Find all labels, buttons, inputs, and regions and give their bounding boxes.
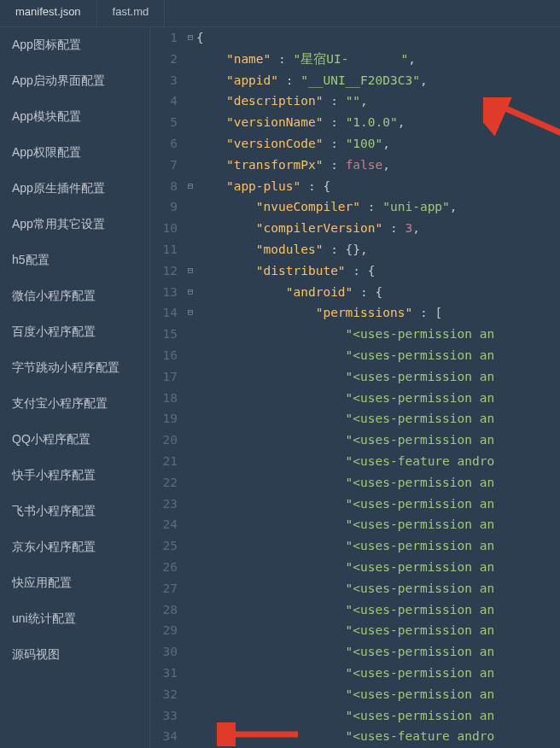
code-token: "100" (346, 137, 383, 150)
fold-marker[interactable]: ⊟ (184, 176, 196, 197)
code-line[interactable]: "versionCode" : "100", (196, 133, 560, 155)
code-line[interactable]: "versionName" : "1.0.0", (196, 112, 560, 133)
code-line[interactable]: "<uses-permission an (196, 345, 560, 366)
sidebar-item[interactable]: 飞书小程序配置 (0, 494, 149, 529)
code-line[interactable]: "<uses-permission an (196, 620, 560, 641)
code-line[interactable]: "<uses-permission an (196, 663, 560, 684)
sidebar-item[interactable]: 京东小程序配置 (0, 529, 149, 565)
sidebar-item[interactable]: App启动界面配置 (0, 63, 149, 99)
fold-marker (184, 430, 196, 451)
line-number: 28 (150, 599, 178, 621)
fold-marker[interactable]: ⊟ (184, 282, 196, 303)
code-token: : (323, 158, 345, 172)
sidebar-item-label: App启动界面配置 (12, 73, 105, 87)
code-line[interactable]: "android" : { (196, 282, 560, 303)
sidebar-item[interactable]: QQ小程序配置 (0, 422, 149, 458)
code-token (196, 729, 346, 743)
line-number: 25 (150, 535, 178, 557)
code-line[interactable]: "appid" : "__UNI__F20D3C3", (196, 70, 560, 91)
line-number: 12 (150, 260, 178, 282)
code-line[interactable]: "<uses-permission an (196, 388, 560, 409)
code-line[interactable]: "app-plus" : { (196, 176, 560, 197)
code-line[interactable]: "<uses-feature andro (196, 726, 560, 747)
code-line[interactable]: { (196, 27, 560, 49)
code-line[interactable]: "<uses-permission an (196, 514, 560, 535)
code-line[interactable]: "<uses-permission an (196, 535, 560, 557)
sidebar-item[interactable]: App模块配置 (0, 99, 149, 135)
fold-marker (184, 112, 196, 133)
sidebar-item[interactable]: App常用其它设置 (0, 207, 149, 243)
fold-marker (184, 345, 196, 366)
code-line[interactable]: "nvueCompiler" : "uni-app", (196, 196, 560, 218)
code-line[interactable]: "<uses-permission an (196, 430, 560, 451)
code-line[interactable]: "distribute" : { (196, 260, 560, 282)
sidebar-item[interactable]: 源码视图 (0, 637, 149, 673)
code-line[interactable]: "description" : "", (196, 91, 560, 112)
fold-marker[interactable]: ⊟ (184, 27, 196, 49)
sidebar-item[interactable]: 快应用配置 (0, 565, 149, 601)
sidebar-item[interactable]: 支付宝小程序配置 (0, 386, 149, 422)
line-number: 18 (150, 388, 178, 409)
sidebar-item[interactable]: App原生插件配置 (0, 171, 149, 207)
sidebar-item[interactable]: App权限配置 (0, 135, 149, 171)
line-number: 6 (150, 133, 178, 155)
sidebar-item[interactable]: h5配置 (0, 243, 149, 278)
main-area: App图标配置App启动界面配置App模块配置App权限配置App原生插件配置A… (0, 27, 560, 748)
line-number: 8 (150, 176, 178, 197)
code-editor[interactable]: 1234567891011121314151617181920212223242… (150, 27, 560, 748)
code-line[interactable]: "<uses-permission an (196, 324, 560, 345)
code-line[interactable]: "<uses-feature andro (196, 451, 560, 472)
code-line[interactable]: "<uses-permission an (196, 705, 560, 727)
code-line[interactable]: "<uses-permission an (196, 557, 560, 578)
code-line[interactable]: "<uses-permission an (196, 578, 560, 599)
code-line[interactable]: "<uses-permission an (196, 599, 560, 621)
code-token: "<uses-permission an (346, 391, 495, 405)
fold-marker[interactable]: ⊟ (184, 260, 196, 282)
code-token (196, 709, 346, 722)
line-number-gutter: 1234567891011121314151617181920212223242… (150, 27, 184, 747)
code-line[interactable]: "name" : "星宿UI- ", (196, 49, 560, 70)
tab-manifest-json[interactable]: manifest.json (0, 0, 97, 26)
code-token: "versionCode" (226, 137, 324, 150)
code-line[interactable]: "modules" : {}, (196, 239, 560, 260)
code-line[interactable]: "<uses-permission an (196, 408, 560, 430)
sidebar-item[interactable]: 微信小程序配置 (0, 278, 149, 314)
line-number: 2 (150, 49, 178, 70)
tab-fast-md[interactable]: fast.md (97, 0, 166, 26)
code-token (196, 645, 346, 658)
code-line[interactable]: "<uses-permission an (196, 472, 560, 494)
code-line[interactable]: "compilerVersion" : 3, (196, 218, 560, 239)
code-line[interactable]: "<uses-permission an (196, 494, 560, 515)
fold-marker[interactable]: ⊟ (184, 302, 196, 324)
sidebar-item[interactable]: App图标配置 (0, 27, 149, 63)
code-token (196, 687, 346, 701)
code-line[interactable]: "<uses-permission an (196, 684, 560, 705)
sidebar-item-label: 源码视图 (12, 647, 60, 661)
sidebar-item[interactable]: 字节跳动小程序配置 (0, 350, 149, 386)
code-token: "uni-app" (382, 200, 450, 213)
code-line[interactable]: "<uses-permission an (196, 366, 560, 388)
code-token: : (382, 221, 405, 235)
sidebar-item-label: QQ小程序配置 (12, 432, 90, 446)
code-token: "appid" (226, 73, 278, 87)
code-token (196, 623, 346, 637)
code-token (196, 539, 346, 552)
code-token (196, 137, 226, 150)
code-line[interactable]: "<uses-permission an (196, 641, 560, 663)
line-number: 4 (150, 91, 178, 112)
fold-marker (184, 49, 196, 70)
code-token (196, 115, 226, 129)
sidebar-item[interactable]: 快手小程序配置 (0, 458, 149, 494)
sidebar-item[interactable]: 百度小程序配置 (0, 314, 149, 350)
sidebar-item[interactable]: uni统计配置 (0, 601, 149, 637)
code-token: "<uses-permission an (346, 687, 495, 701)
code-token: : {}, (323, 243, 367, 256)
code-line[interactable]: "permissions" : [ (196, 302, 560, 324)
code-token (196, 327, 346, 341)
code-token: "<uses-permission an (346, 666, 495, 680)
fold-marker (184, 494, 196, 515)
code-token: "<uses-permission an (346, 581, 495, 595)
code-line[interactable]: "transformPx" : false, (196, 155, 560, 176)
code-content[interactable]: { "name" : "星宿UI- ", "appid" : "__UNI__F… (196, 27, 560, 747)
code-token (196, 433, 346, 447)
